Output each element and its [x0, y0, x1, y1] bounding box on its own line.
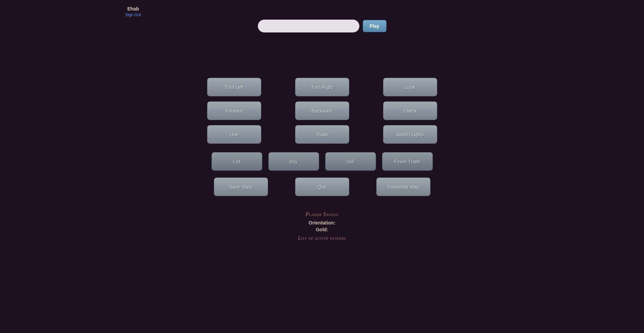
- check-button[interactable]: Check: [383, 101, 437, 120]
- bottom-row: Save State Quit Download Map: [214, 177, 430, 196]
- orientation-label: Orientation:: [298, 220, 346, 225]
- gold-label: Gold:: [298, 227, 346, 232]
- sign-out-link[interactable]: Sign Out: [125, 13, 141, 17]
- save-state-button[interactable]: Save State: [214, 177, 268, 196]
- look-button[interactable]: Look: [383, 78, 437, 96]
- turn-right-button[interactable]: Turn Right: [295, 78, 349, 96]
- main-content: Turn Left Turn Right Look Forward Backwa…: [207, 78, 437, 241]
- user-section: Ehab Sign Out: [125, 6, 141, 18]
- finish-trade-button[interactable]: Finish Trade: [382, 152, 433, 171]
- switch-lights-button[interactable]: Switch Lights: [383, 125, 437, 144]
- turn-left-button[interactable]: Turn Left: [207, 78, 261, 96]
- player-status-section: Player Status Orientation: Gold: List of…: [298, 211, 346, 241]
- player-status-title: Player Status: [298, 211, 346, 217]
- active-players-title: List of active players: [298, 236, 346, 241]
- search-input[interactable]: [258, 20, 359, 32]
- use-button[interactable]: Use: [207, 125, 261, 144]
- list-button[interactable]: List: [212, 152, 262, 171]
- forward-button[interactable]: Forward: [207, 101, 261, 120]
- username-display: Ehab: [125, 6, 141, 11]
- buy-button[interactable]: Buy: [268, 152, 319, 171]
- top-bar: Play: [258, 20, 386, 32]
- backward-button[interactable]: Backward: [295, 101, 349, 120]
- download-map-button[interactable]: Download Map: [376, 177, 430, 196]
- trade-row: List Buy Sell Finish Trade: [212, 152, 433, 171]
- movement-grid: Turn Left Turn Right Look Forward Backwa…: [207, 78, 437, 145]
- quit-button[interactable]: Quit: [295, 177, 349, 196]
- trade-button[interactable]: Trade: [295, 125, 349, 144]
- sell-button[interactable]: Sell: [325, 152, 376, 171]
- play-button[interactable]: Play: [363, 20, 386, 32]
